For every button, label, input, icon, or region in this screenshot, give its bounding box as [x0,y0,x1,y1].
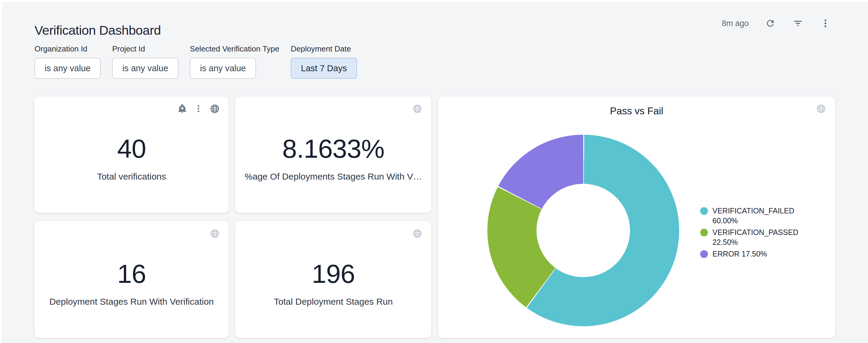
legend-item-verification_failed[interactable]: VERIFICATION_FAILED 60.00% [700,206,829,226]
tile-explore-from-here-button[interactable] [210,228,220,239]
tile-content: 196 Total Deployment Stages Run [235,221,431,338]
globe-icon [210,229,220,239]
tile-total-verifications: 40 Total verifications [34,96,229,213]
tile-total-deployment-stages-run: 196 Total Deployment Stages Run [235,221,431,338]
refresh-button[interactable] [764,18,776,29]
chart-title: Pass vs Fail [438,105,835,117]
page-title: Verification Dashboard [34,23,161,38]
tile-pct-deployment-stages-with-verification: 8.1633% %age Of Deployments Stages Run W… [235,96,431,213]
filter-group-organization-id: Organization Idis any value [34,44,101,79]
tile-pass-vs-fail-chart: Pass vs Fail VERIFICATION_FAILED 60.00%V… [438,96,835,338]
stat-value: 196 [312,261,355,287]
legend-swatch [700,250,708,258]
filter-group-project-id: Project Idis any value [112,44,178,79]
tile-explore-from-here-button[interactable] [412,228,422,239]
globe-icon [412,229,422,239]
globe-icon [816,104,826,114]
stat-label: Total Deployment Stages Run [274,296,393,307]
verification-dashboard-page: Verification Dashboard 8m ago [0,0,868,343]
kebab-icon [820,18,831,28]
tile-alert-button[interactable] [177,104,187,114]
tile-explore-from-here-button[interactable] [412,104,422,114]
filter-group-selected-verification-type: Selected Verification Typeis any value [190,44,279,79]
refresh-icon [765,18,775,28]
stat-value: 8.1633% [282,136,384,162]
stat-value: 40 [117,136,146,162]
page-frame-top [0,0,868,2]
filter-group-deployment-date: Deployment DateLast 7 Days [291,44,357,79]
filter-icon [793,18,803,28]
stat-value: 16 [117,261,146,287]
legend-label: VERIFICATION_FAILED 60.00% [712,206,794,226]
tile-content: 16 Deployment Stages Run With Verificati… [34,221,229,338]
header-actions: 8m ago [722,17,831,30]
legend-item-error[interactable]: ERROR 17.50% [700,249,829,259]
filter-chip-project-id[interactable]: is any value [112,58,178,79]
tile-deployment-stages-run-with-verification: 16 Deployment Stages Run With Verificati… [34,221,229,338]
filter-label-project-id: Project Id [112,44,178,54]
legend-label: ERROR 17.50% [712,249,767,259]
pass-vs-fail-donut-chart[interactable] [487,135,679,326]
filter-chip-deployment-date[interactable]: Last 7 Days [291,58,357,79]
bell-plus-icon [178,104,187,113]
tile-explore-from-here-button[interactable] [210,104,220,114]
filter-label-organization-id: Organization Id [34,44,101,54]
dashboard-filters-button[interactable] [792,18,804,29]
stat-label: %age Of Deployments Stages Run With V… [245,171,422,182]
kebab-icon [194,104,203,113]
dashboard-more-actions-button[interactable] [819,18,831,29]
last-refresh-timestamp: 8m ago [722,19,749,28]
legend-swatch [700,229,708,236]
filter-label-selected-verification-type: Selected Verification Type [190,44,279,54]
legend-label: VERIFICATION_PASSED 22.50% [712,228,799,247]
globe-icon [210,104,220,114]
tile-content: 40 Total verifications [34,96,229,213]
globe-icon [412,104,422,114]
stat-label: Total verifications [97,171,166,182]
stat-label: Deployment Stages Run With Verification [50,296,214,307]
tile-content: 8.1633% %age Of Deployments Stages Run W… [235,96,431,213]
filter-label-deployment-date: Deployment Date [291,44,357,54]
tile-more-actions-button[interactable] [193,104,204,114]
legend-item-verification_passed[interactable]: VERIFICATION_PASSED 22.50% [700,228,829,247]
legend-swatch [700,207,708,215]
page-frame-left [0,0,2,343]
chart-legend: VERIFICATION_FAILED 60.00%VERIFICATION_P… [700,206,829,261]
filter-chip-organization-id[interactable]: is any value [34,58,101,79]
filter-bar: Organization Idis any valueProject Idis … [34,44,357,79]
filter-chip-selected-verification-type[interactable]: is any value [190,58,256,79]
tile-explore-from-here-button[interactable] [816,104,826,114]
